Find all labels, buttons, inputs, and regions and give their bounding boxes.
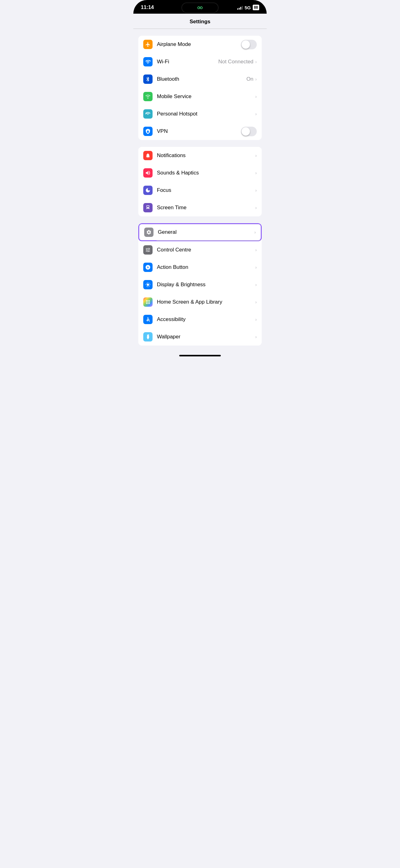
- bluetooth-row[interactable]: Bluetooth On ›: [138, 70, 262, 88]
- network-type: 5G: [245, 5, 251, 10]
- action-button-chevron: ›: [255, 265, 257, 270]
- wifi-icon: [143, 57, 153, 66]
- status-bar: 11:14 5G 88: [133, 0, 267, 14]
- settings-content: Airplane Mode Wi-Fi Not Connected › Blue…: [133, 36, 267, 360]
- connectivity-group: Airplane Mode Wi-Fi Not Connected › Blue…: [138, 36, 262, 140]
- wifi-value: Not Connected: [218, 59, 253, 65]
- battery-level: 88: [253, 5, 259, 10]
- wallpaper-label: Wallpaper: [157, 334, 255, 340]
- status-time: 11:14: [141, 4, 154, 10]
- personal-hotspot-row[interactable]: Personal Hotspot ›: [138, 105, 262, 123]
- mobile-service-label: Mobile Service: [157, 93, 255, 100]
- notifications-label: Notifications: [157, 152, 255, 159]
- home-indicator-area: [133, 352, 267, 360]
- general-chevron: ›: [254, 230, 256, 235]
- sounds-haptics-row[interactable]: Sounds & Haptics ›: [138, 164, 262, 182]
- accessibility-chevron: ›: [255, 317, 257, 322]
- display-brightness-chevron: ›: [255, 282, 257, 287]
- device-group: General › Control Centre › Action Button…: [138, 223, 262, 345]
- accessibility-label: Accessibility: [157, 316, 255, 322]
- general-row[interactable]: General ›: [138, 223, 262, 241]
- sun-icon: [143, 280, 153, 289]
- dynamic-island: [181, 2, 219, 13]
- vpn-row[interactable]: VPN: [138, 123, 262, 140]
- control-centre-row[interactable]: Control Centre ›: [138, 241, 262, 258]
- accessibility-row[interactable]: Accessibility ›: [138, 311, 262, 328]
- bluetooth-icon: [143, 74, 153, 84]
- svg-point-2: [147, 317, 148, 318]
- airplane-mode-row[interactable]: Airplane Mode: [138, 36, 262, 53]
- vpn-label: VPN: [157, 128, 241, 134]
- mobile-signal-icon: [143, 92, 153, 101]
- speaker-icon: [143, 168, 153, 178]
- notifications-chevron: ›: [255, 153, 257, 158]
- notifications-row[interactable]: Notifications ›: [138, 147, 262, 164]
- bluetooth-label: Bluetooth: [157, 76, 246, 82]
- home-screen-row[interactable]: Home Screen & App Library ›: [138, 293, 262, 311]
- wallpaper-row[interactable]: Wallpaper ›: [138, 328, 262, 345]
- mobile-service-row[interactable]: Mobile Service ›: [138, 88, 262, 105]
- svg-point-1: [200, 7, 202, 9]
- signal-bars: [237, 5, 243, 10]
- control-centre-label: Control Centre: [157, 247, 255, 253]
- home-screen-label: Home Screen & App Library: [157, 299, 255, 305]
- wallpaper-chevron: ›: [255, 334, 257, 339]
- action-icon: [143, 262, 153, 272]
- focus-label: Focus: [157, 187, 255, 193]
- focus-chevron: ›: [255, 188, 257, 193]
- personal-hotspot-chevron: ›: [255, 112, 257, 116]
- bell-icon: [143, 151, 153, 160]
- svg-point-0: [198, 7, 200, 9]
- screen-time-chevron: ›: [255, 205, 257, 210]
- wifi-row[interactable]: Wi-Fi Not Connected ›: [138, 53, 262, 70]
- bluetooth-chevron: ›: [255, 77, 257, 82]
- display-brightness-label: Display & Brightness: [157, 282, 255, 288]
- mobile-service-chevron: ›: [255, 94, 257, 99]
- sounds-haptics-label: Sounds & Haptics: [157, 170, 255, 176]
- flower-icon: [143, 332, 153, 341]
- wifi-chevron: ›: [255, 59, 257, 64]
- airplane-mode-toggle[interactable]: [241, 40, 257, 49]
- screen-time-row[interactable]: Screen Time ›: [138, 199, 262, 216]
- page-title: Settings: [190, 19, 210, 25]
- page-title-bar: Settings: [133, 14, 267, 29]
- vpn-icon: [143, 127, 153, 136]
- gear-icon: [144, 227, 154, 237]
- accessibility-icon: [143, 315, 153, 324]
- battery: 88: [253, 5, 259, 10]
- control-centre-chevron: ›: [255, 247, 257, 252]
- general-label: General: [158, 229, 254, 235]
- display-brightness-row[interactable]: Display & Brightness ›: [138, 276, 262, 293]
- moon-icon: [143, 186, 153, 195]
- sliders-icon: [143, 245, 153, 254]
- focus-row[interactable]: Focus ›: [138, 182, 262, 199]
- sounds-haptics-chevron: ›: [255, 170, 257, 176]
- vpn-toggle[interactable]: [241, 127, 257, 136]
- action-button-label: Action Button: [157, 264, 255, 270]
- bluetooth-value: On: [246, 76, 254, 82]
- airplane-mode-label: Airplane Mode: [157, 41, 241, 48]
- hourglass-icon: [143, 203, 153, 212]
- system-group: Notifications › Sounds & Haptics › Focus…: [138, 147, 262, 216]
- personal-hotspot-label: Personal Hotspot: [157, 111, 255, 117]
- action-button-row[interactable]: Action Button ›: [138, 258, 262, 276]
- home-screen-icon: [143, 298, 153, 307]
- home-screen-chevron: ›: [255, 300, 257, 305]
- screen-time-label: Screen Time: [157, 205, 255, 211]
- home-indicator: [179, 355, 221, 356]
- hotspot-icon: [143, 109, 153, 119]
- wifi-label: Wi-Fi: [157, 59, 218, 65]
- airplane-icon: [143, 40, 153, 49]
- status-right: 5G 88: [237, 5, 259, 10]
